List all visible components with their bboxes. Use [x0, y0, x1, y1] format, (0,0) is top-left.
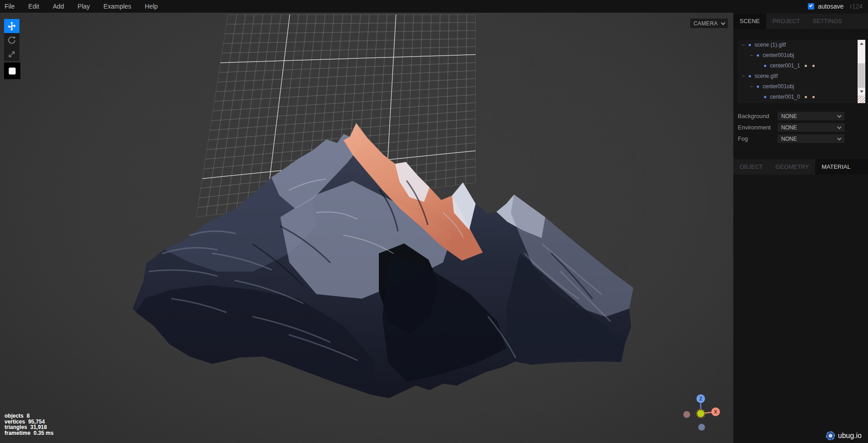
arrows-move-icon	[7, 22, 16, 31]
background-row: Background NONE	[738, 112, 865, 120]
menu-edit[interactable]: Edit	[22, 0, 46, 13]
menu-examples[interactable]: Examples	[97, 0, 138, 13]
world-local-toggle[interactable]	[4, 62, 20, 79]
menu-play[interactable]: Play	[71, 0, 97, 13]
fog-select[interactable]: NONE	[778, 134, 844, 143]
autosave-checkbox[interactable]	[808, 3, 814, 10]
material-dot-icon	[812, 65, 815, 67]
object-dot-icon	[757, 86, 759, 88]
object-tabs: OBJECT GEOMETRY MATERIAL	[733, 159, 868, 175]
brand-logo[interactable]: ubug.io	[826, 431, 862, 440]
frametime-stat: frametime0.35 ms	[5, 430, 53, 436]
chevron-down-icon	[837, 113, 842, 118]
triangle-down-icon	[860, 91, 863, 93]
object-dot-icon	[749, 44, 751, 46]
outliner-scrollbar[interactable]	[858, 40, 865, 103]
triangle-up-icon	[860, 43, 863, 45]
background-select[interactable]: NONE	[778, 112, 844, 120]
material-dot-icon	[812, 96, 815, 98]
outliner-row[interactable]: − center001obj	[738, 50, 865, 61]
object-dot-icon	[757, 54, 759, 57]
chevron-down-icon	[721, 20, 726, 25]
tab-material[interactable]: MATERIAL	[815, 159, 857, 175]
collapse-toggle[interactable]: −	[741, 40, 746, 50]
viewport-canvas[interactable]	[0, 0, 733, 443]
resize-grip[interactable]	[858, 95, 865, 103]
collapse-toggle[interactable]: −	[749, 81, 754, 92]
tab-settings[interactable]: SETTINGS	[806, 14, 848, 29]
environment-row: Environment NONE	[738, 123, 865, 132]
objects-stat: objects8	[5, 413, 53, 419]
axis-neg-x-handle[interactable]	[684, 411, 690, 418]
outliner[interactable]: − scene (1).gltf − center001obj center00…	[738, 40, 865, 103]
ubug-logo-icon	[826, 431, 835, 440]
axis-neg-z-handle[interactable]	[698, 424, 705, 431]
autosave-label: autosave	[818, 3, 844, 10]
viewport[interactable]: CAMERA objects8 vertices95,754 triangles…	[0, 0, 733, 443]
menu-help[interactable]: Help	[138, 0, 165, 13]
outliner-row[interactable]: center001_1	[738, 61, 865, 71]
menubar-right: autosave r124	[808, 0, 863, 13]
tab-project[interactable]: PROJECT	[766, 14, 807, 29]
scroll-up-button[interactable]	[858, 40, 865, 48]
editor-app: CAMERA objects8 vertices95,754 triangles…	[0, 0, 868, 443]
scroll-down-button[interactable]	[858, 88, 865, 95]
svg-text:X: X	[714, 409, 717, 414]
revision-label: r124	[850, 3, 863, 10]
outliner-row[interactable]: center001_0	[738, 92, 865, 102]
sidebar-panel: SCENE PROJECT SETTINGS − scene (1).gltf …	[733, 13, 868, 443]
logo-text: ubug.io	[838, 432, 862, 440]
camera-select-value: CAMERA	[693, 20, 718, 27]
fog-label: Fog	[738, 135, 778, 142]
axis-center-handle[interactable]	[697, 410, 704, 417]
geometry-dot-icon	[805, 96, 807, 98]
mountain-model	[132, 123, 633, 398]
panel-tabs: SCENE PROJECT SETTINGS	[733, 14, 868, 29]
geometry-dot-icon	[805, 65, 807, 67]
translate-button[interactable]	[4, 19, 19, 33]
background-label: Background	[738, 113, 778, 119]
fog-row: Fog NONE	[738, 134, 865, 143]
object-dot-icon	[764, 65, 766, 67]
outliner-row[interactable]: − scene.gltf	[738, 71, 865, 81]
scroll-thumb[interactable]	[858, 63, 865, 90]
tab-geometry[interactable]: GEOMETRY	[769, 159, 815, 175]
scale-icon	[7, 50, 16, 59]
chevron-down-icon	[837, 124, 842, 129]
menu-file[interactable]: File	[0, 0, 22, 13]
environment-label: Environment	[738, 124, 778, 131]
check-icon	[809, 4, 813, 7]
collapse-toggle[interactable]: −	[741, 71, 746, 81]
tab-scene[interactable]: SCENE	[733, 14, 766, 29]
svg-text:Z: Z	[699, 396, 703, 401]
triangles-stat: triangles31,918	[5, 424, 53, 430]
camera-select[interactable]: CAMERA	[690, 19, 728, 28]
tab-object[interactable]: OBJECT	[733, 159, 769, 175]
outliner-row[interactable]: − center001obj	[738, 81, 865, 92]
menubar: File Edit Add Play Examples Help autosav…	[0, 0, 868, 13]
axis-gizmo[interactable]: Z X	[678, 387, 732, 437]
scale-button[interactable]	[4, 47, 19, 61]
chevron-down-icon	[837, 136, 842, 140]
rotate-icon	[7, 36, 16, 45]
toolbar	[4, 19, 19, 79]
environment-select[interactable]: NONE	[778, 123, 844, 132]
outliner-row[interactable]: − scene (1).gltf	[738, 40, 865, 50]
stats-overlay: objects8 vertices95,754 triangles31,918 …	[5, 413, 53, 436]
axis-x-handle[interactable]: X	[712, 408, 720, 416]
menu-add[interactable]: Add	[46, 0, 71, 13]
object-dot-icon	[749, 75, 751, 77]
checkbox-unchecked-icon	[9, 67, 16, 75]
object-dot-icon	[764, 96, 766, 98]
axis-z-handle[interactable]: Z	[697, 395, 705, 403]
rotate-button[interactable]	[4, 33, 19, 47]
collapse-toggle[interactable]: −	[749, 50, 754, 61]
